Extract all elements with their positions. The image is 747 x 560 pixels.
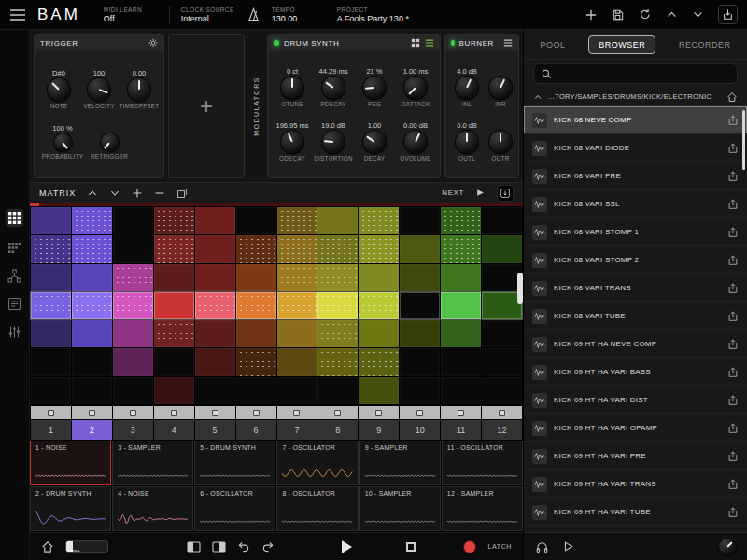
knob-otune[interactable] [281, 77, 303, 99]
tab-recorder[interactable]: RECORDER [669, 36, 740, 53]
clip-cell[interactable] [441, 264, 481, 291]
clip-cell[interactable] [441, 377, 481, 404]
column-checkbox[interactable] [31, 406, 71, 419]
clip-cell[interactable] [113, 377, 153, 404]
clip-cell[interactable] [236, 320, 276, 347]
chevron-up-button[interactable] [666, 8, 678, 21]
clip-cell[interactable] [359, 264, 399, 291]
stop-button[interactable] [406, 542, 416, 552]
scene-options-button[interactable] [497, 185, 514, 202]
knob-outl[interactable] [456, 131, 478, 153]
export-icon[interactable] [727, 451, 739, 462]
layout-right-panel-button[interactable] [212, 541, 226, 553]
clip-cell[interactable] [317, 207, 358, 234]
clip-cell[interactable] [277, 377, 317, 404]
export-icon[interactable] [727, 507, 739, 518]
clip-cell[interactable] [72, 264, 112, 291]
add-button[interactable] [585, 8, 598, 21]
file-row[interactable]: KICK 09 HT HA NEVE COMP [524, 330, 747, 358]
tempo-group[interactable]: TEMPO 130.00 [272, 7, 326, 23]
export-icon[interactable] [727, 227, 739, 238]
track-tile[interactable]: 10 - SAMPLER [359, 486, 441, 531]
clip-cell[interactable] [317, 292, 358, 319]
clip-cell[interactable] [31, 207, 71, 234]
clip-cell[interactable] [113, 292, 153, 319]
midi-learn-group[interactable]: MIDI LEARN Off [104, 7, 158, 23]
scene-up-button[interactable] [87, 188, 98, 199]
clip-cell[interactable] [277, 264, 317, 291]
column-checkbox[interactable] [195, 406, 235, 419]
file-row[interactable]: KICK 08 VARI TRANS [524, 274, 747, 302]
export-icon[interactable] [727, 479, 739, 490]
track-tile[interactable]: 8 - OSCILLATOR [276, 486, 358, 531]
clip-cell[interactable] [31, 264, 71, 291]
column-number[interactable]: 4 [154, 420, 194, 440]
clip-cell[interactable] [400, 320, 440, 347]
export-icon[interactable] [727, 283, 739, 294]
track-tile[interactable]: 5 - DRUM SYNTH [194, 441, 275, 485]
remove-scene-button[interactable] [154, 188, 165, 199]
preview-play-button[interactable] [562, 540, 574, 553]
clip-cell[interactable] [482, 235, 522, 262]
clip-cell[interactable] [482, 207, 522, 234]
export-button[interactable] [718, 5, 738, 24]
clip-cell[interactable] [195, 264, 235, 291]
clip-cell[interactable] [317, 348, 358, 375]
export-icon[interactable] [727, 115, 739, 126]
tab-browser[interactable]: BROWSER [588, 35, 655, 54]
export-icon[interactable] [727, 339, 739, 350]
clip-cell[interactable] [359, 348, 399, 375]
column-number[interactable]: 8 [317, 420, 358, 440]
column-number[interactable]: 9 [359, 420, 399, 440]
clip-cell[interactable] [31, 292, 71, 319]
headphones-icon[interactable] [535, 540, 549, 553]
clip-cell[interactable] [195, 348, 235, 375]
clip-cell[interactable] [482, 377, 522, 404]
clip-cell[interactable] [113, 207, 153, 234]
scrollbar-thumb[interactable] [742, 110, 745, 170]
knob-velocity[interactable] [88, 78, 110, 101]
column-number[interactable]: 10 [400, 420, 440, 440]
clip-cell[interactable] [277, 207, 317, 234]
clip-cell[interactable] [441, 235, 481, 262]
clip-cell[interactable] [113, 235, 153, 262]
project-group[interactable]: PROJECT A Fools Party 130 * [337, 7, 440, 23]
scene-down-button[interactable] [109, 188, 120, 199]
gear-icon[interactable] [148, 38, 158, 48]
clip-cell[interactable] [359, 377, 399, 404]
clip-cell[interactable] [277, 348, 317, 375]
knob-inl[interactable] [456, 77, 478, 99]
file-row[interactable]: KICK 09 HT HA VARI PRE [524, 442, 747, 470]
clip-cell[interactable] [441, 348, 481, 375]
home-icon[interactable] [41, 540, 54, 553]
search-input[interactable] [557, 69, 729, 78]
nav-mixer-button[interactable] [7, 325, 21, 339]
active-led[interactable] [451, 40, 455, 46]
undo-button[interactable] [237, 540, 250, 553]
clip-cell[interactable] [236, 377, 276, 404]
column-number[interactable]: 2 [72, 420, 112, 440]
file-row[interactable]: KICK 08 VARI TUBE [524, 302, 747, 330]
clip-cell[interactable] [72, 207, 112, 234]
collapse-up-icon[interactable] [533, 92, 543, 102]
clip-cell[interactable] [482, 264, 522, 291]
knob-oattack[interactable] [404, 77, 427, 99]
grid-view-icon[interactable] [411, 38, 420, 48]
clip-cell[interactable] [400, 235, 440, 262]
clip-cell[interactable] [359, 235, 399, 262]
home-icon[interactable] [726, 91, 738, 103]
knob-ovolume[interactable] [404, 131, 427, 153]
clip-cell[interactable] [72, 320, 112, 347]
clip-cell[interactable] [359, 207, 399, 234]
clip-cell[interactable] [482, 320, 522, 347]
knob-timeoffset[interactable] [128, 78, 150, 101]
clip-cell[interactable] [317, 320, 358, 347]
track-tile[interactable]: 4 - NOISE [112, 486, 193, 531]
file-row[interactable]: KICK 09 HT HA VARI DIST [524, 386, 747, 414]
clip-cell[interactable] [31, 377, 71, 404]
clip-cell[interactable] [236, 292, 276, 319]
export-icon[interactable] [727, 199, 739, 210]
file-row[interactable]: KICK 08 VARI STOMP 1 [524, 218, 747, 246]
clip-cell[interactable] [359, 292, 399, 319]
clip-cell[interactable] [72, 292, 112, 319]
